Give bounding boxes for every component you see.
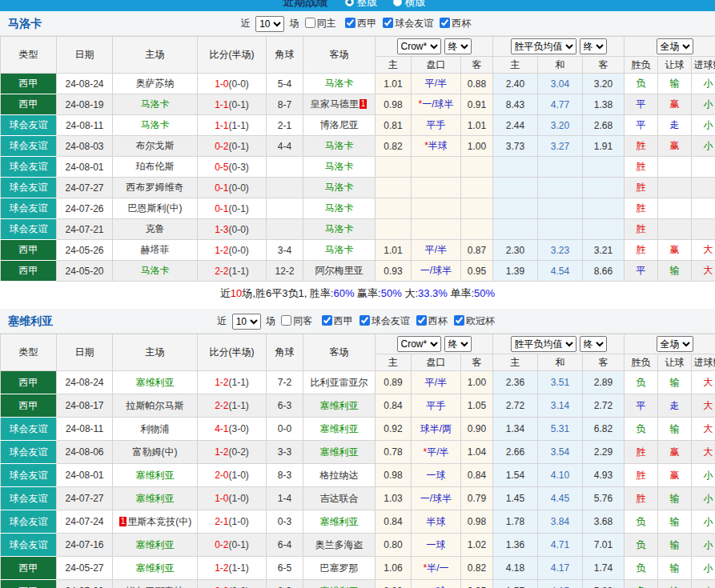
team-link[interactable]: 利物浦 bbox=[141, 423, 170, 434]
league-type-cell[interactable]: 西甲 bbox=[1, 580, 57, 588]
team-link[interactable]: 马洛卡 bbox=[325, 78, 354, 89]
league-checkbox[interactable] bbox=[440, 18, 450, 28]
team-link[interactable]: 马洛卡 bbox=[141, 98, 170, 110]
team-link[interactable]: 马洛卡 bbox=[325, 244, 354, 255]
league-type-cell[interactable]: 西甲 bbox=[1, 94, 57, 115]
league-filter[interactable]: 西杯 bbox=[440, 18, 471, 29]
team-link[interactable]: 塞维利亚 bbox=[320, 516, 359, 527]
league-type-cell[interactable]: 西甲 bbox=[1, 394, 57, 418]
league-filter[interactable]: 球会友谊 bbox=[383, 18, 433, 29]
league-type-cell[interactable]: 球会友谊 bbox=[1, 441, 57, 464]
league-type-cell[interactable]: 西甲 bbox=[1, 371, 57, 394]
league-type-cell[interactable]: 西甲 bbox=[1, 261, 57, 282]
league-checkbox[interactable] bbox=[383, 18, 393, 28]
team-link[interactable]: 塞维利亚 bbox=[136, 562, 175, 574]
league-type-cell[interactable]: 球会友谊 bbox=[1, 510, 57, 534]
asian-final-select[interactable]: 终 bbox=[444, 336, 472, 352]
avg-odds-select[interactable]: 胜平负均值 bbox=[511, 336, 576, 352]
league-type-cell[interactable]: 球会友谊 bbox=[1, 534, 57, 557]
league-type-cell[interactable]: 西甲 bbox=[1, 557, 57, 580]
same-venue-checkbox[interactable] bbox=[305, 18, 315, 28]
team-link[interactable]: 克鲁 bbox=[146, 223, 165, 234]
league-type-cell[interactable]: 球会友谊 bbox=[1, 157, 57, 178]
league-type-cell[interactable]: 球会友谊 bbox=[1, 198, 57, 219]
team-link[interactable]: 巴恩斯利(中) bbox=[128, 202, 183, 214]
league-filter[interactable]: 球会友谊 bbox=[360, 315, 410, 326]
team-link[interactable]: 富勒姆(中) bbox=[133, 446, 178, 458]
team-link[interactable]: 巴塞罗那 bbox=[320, 562, 359, 574]
league-type-cell[interactable]: 球会友谊 bbox=[1, 487, 57, 510]
table-container: 类型日期主场比分(半场)角球客场Crow*终胜平负均值终全场 主盘口客主和客胜负… bbox=[0, 36, 715, 282]
team-link[interactable]: 珀布伦斯 bbox=[136, 161, 175, 172]
recent-count-select[interactable]: 10 bbox=[255, 16, 284, 32]
team-link[interactable]: 马洛卡 bbox=[325, 202, 354, 214]
asian-away-odds bbox=[461, 198, 493, 219]
team-link[interactable]: 马洛卡 bbox=[141, 265, 170, 276]
team-link[interactable]: 塞维利亚 bbox=[320, 446, 359, 458]
near-label: 近 bbox=[217, 315, 227, 326]
league-type-cell[interactable]: 球会友谊 bbox=[1, 115, 57, 136]
odds-source-select[interactable]: Crow* bbox=[397, 38, 441, 54]
league-checkbox[interactable] bbox=[360, 315, 370, 326]
team-link[interactable]: 阿尔梅里亚 bbox=[315, 265, 364, 276]
team-link[interactable]: 博洛尼亚 bbox=[320, 119, 359, 130]
team-link[interactable]: 皇家马德里 bbox=[311, 98, 359, 110]
league-type-cell[interactable]: 球会友谊 bbox=[1, 219, 57, 240]
team-link[interactable]: 赫塔菲 bbox=[141, 244, 170, 255]
team-link[interactable]: 毕尔巴鄂竞技 bbox=[127, 586, 184, 588]
recent-count-select[interactable]: 10 bbox=[232, 314, 261, 330]
league-type-cell[interactable]: 球会友谊 bbox=[1, 464, 57, 487]
league-filter[interactable]: 西杯 bbox=[416, 315, 448, 326]
league-type-cell[interactable]: 西甲 bbox=[1, 74, 57, 94]
league-checkbox[interactable] bbox=[322, 315, 332, 326]
team-link[interactable]: 塞维利亚 bbox=[320, 423, 359, 434]
team-link[interactable]: 塞维利亚 bbox=[136, 493, 175, 504]
euro-final-select[interactable]: 终 bbox=[580, 336, 607, 352]
team-link[interactable]: 奥萨苏纳 bbox=[136, 78, 175, 89]
league-filter[interactable]: 西甲 bbox=[345, 18, 376, 29]
league-filter[interactable]: 欧冠杯 bbox=[454, 315, 495, 326]
league-checkbox[interactable] bbox=[416, 315, 427, 326]
team-link[interactable]: 马洛卡 bbox=[325, 223, 354, 234]
team-link[interactable]: 拉斯帕尔马斯 bbox=[127, 400, 184, 411]
scope-select[interactable]: 全场 bbox=[657, 336, 693, 352]
team-link[interactable]: 马洛卡 bbox=[325, 161, 354, 172]
league-type-cell[interactable]: 球会友谊 bbox=[1, 136, 57, 157]
league-checkbox[interactable] bbox=[345, 18, 355, 28]
team-link[interactable]: 马洛卡 bbox=[141, 119, 170, 130]
euro-final-select[interactable]: 终 bbox=[580, 38, 607, 54]
same-venue-filter[interactable]: 同客 bbox=[281, 315, 312, 326]
league-filter[interactable]: 西甲 bbox=[322, 315, 353, 326]
team-link[interactable]: 塞维利亚 bbox=[136, 377, 175, 388]
team-link[interactable]: 塞维利亚 bbox=[136, 470, 175, 481]
team-link[interactable]: 比利亚雷亚尔 bbox=[311, 377, 368, 388]
team-link[interactable]: 西布罗姆维奇 bbox=[127, 182, 184, 193]
fulltime-score: 1-2 bbox=[215, 245, 228, 256]
avg-odds-select[interactable]: 胜平负均值 bbox=[511, 38, 576, 54]
team-link[interactable]: 里斯本竞技(中) bbox=[127, 516, 191, 527]
fulltime-score: 1-0 bbox=[215, 493, 228, 504]
team-link[interactable]: 塞维利亚 bbox=[136, 539, 175, 550]
radio-option-horizontal[interactable]: 横版 bbox=[393, 0, 426, 8]
radio-option-full[interactable]: 整版 bbox=[345, 0, 378, 8]
team-link[interactable]: 奥兰多海盗 bbox=[315, 539, 364, 550]
asian-final-select[interactable]: 终 bbox=[444, 38, 472, 54]
same-venue-filter[interactable]: 同主 bbox=[305, 18, 336, 29]
asian-home-odds: 0.84 bbox=[376, 394, 412, 418]
team-link[interactable]: 马洛卡 bbox=[325, 140, 354, 151]
team-link[interactable]: 布尔戈斯 bbox=[136, 140, 175, 151]
team-link[interactable]: 马洛卡 bbox=[325, 182, 354, 193]
euro-draw-odds: 3.04 bbox=[538, 74, 583, 94]
league-type-cell[interactable]: 球会友谊 bbox=[1, 178, 57, 198]
team-link[interactable]: 格拉纳达 bbox=[320, 470, 359, 481]
league-type-cell[interactable]: 西甲 bbox=[1, 240, 57, 261]
scope-select[interactable]: 全场 bbox=[657, 38, 693, 54]
team-link[interactable]: 吉达联合 bbox=[320, 493, 359, 504]
league-checkbox[interactable] bbox=[454, 315, 464, 326]
league-type-cell[interactable]: 球会友谊 bbox=[1, 418, 57, 441]
same-venue-checkbox[interactable] bbox=[281, 315, 291, 326]
euro-home-odds bbox=[493, 198, 538, 219]
odds-source-select[interactable]: Crow* bbox=[397, 336, 441, 352]
team-link[interactable]: 塞维利亚 bbox=[320, 586, 359, 588]
team-link[interactable]: 塞维利亚 bbox=[320, 400, 359, 411]
